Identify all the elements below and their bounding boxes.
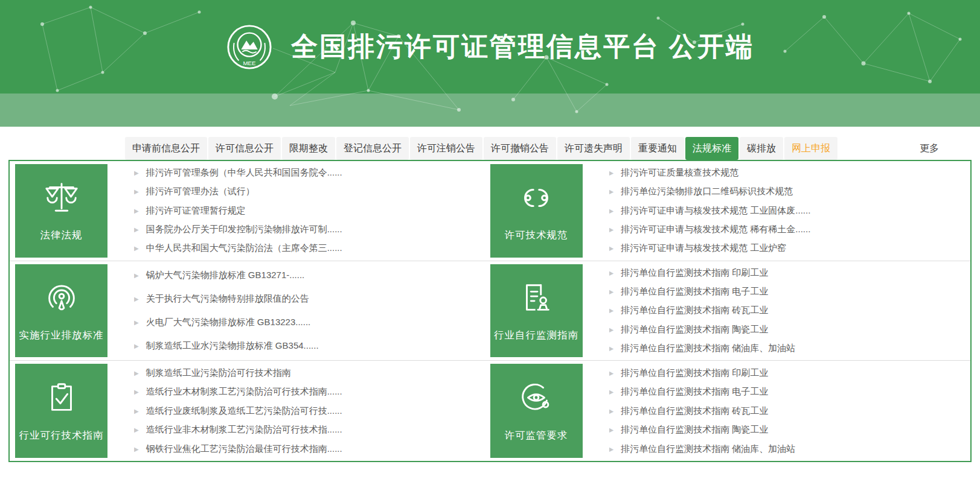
section-laws: 法律法规 ▶排污许可管理条例（中华人民共和国国务院令......▶排污许可管理办… (10, 161, 490, 261)
arrow-icon: ▶ (134, 446, 139, 452)
section-label-feasible-tech[interactable]: 行业可行技术指南 (15, 364, 107, 458)
link-item[interactable]: ▶排污单位自行监测技术指南 储油库、加油站 (609, 343, 959, 354)
arrow-icon: ▶ (609, 245, 614, 252)
link-item[interactable]: ▶排污许可证申请与核发技术规范 稀有稀土金...... (609, 224, 959, 235)
clipboard-check-icon (43, 379, 80, 417)
tab-bar: 申请前信息公开许可信息公开限期整改登记信息公开许可注销公告许可撤销公告许可遗失声… (125, 137, 939, 160)
link-list: ▶排污许可证质量核查技术规范▶排污单位污染物排放口二维码标识技术规范▶排污许可证… (583, 161, 971, 261)
section-label-supervision[interactable]: 许可监管要求 (490, 364, 583, 458)
link-item[interactable]: ▶排污单位自行监测技术指南 砖瓦工业 (609, 305, 959, 316)
site-title: 全国排污许可证管理信息平台 公开端 (291, 29, 754, 65)
link-item[interactable]: ▶制浆造纸工业污染防治可行技术指南 (134, 367, 478, 379)
link-item[interactable]: ▶造纸行业木材制浆工艺污染防治可行技术指南...... (134, 386, 478, 398)
section-label-emission-standards[interactable]: 实施行业排放标准 (15, 264, 107, 358)
link-item[interactable]: ▶排污单位污染物排放口二维码标识技术规范 (609, 186, 959, 197)
section-title: 法律法规 (40, 229, 83, 242)
link-item[interactable]: ▶排污单位自行监测技术指南 砖瓦工业 (609, 405, 959, 417)
header-light-band (0, 94, 980, 127)
section-title: 许可技术规范 (505, 229, 568, 242)
link-item[interactable]: ▶排污许可证质量核查技术规范 (609, 167, 959, 179)
arrow-icon: ▶ (609, 270, 614, 276)
section-label-self-monitoring[interactable]: 行业自行监测指南 (490, 264, 583, 358)
arrow-icon: ▶ (609, 307, 614, 314)
tab-regulations-standards[interactable]: 法规标准 (685, 137, 738, 160)
tab-important-notice[interactable]: 重要通知 (631, 137, 684, 160)
link-item[interactable]: ▶排污单位自行监测技术指南 印刷工业 (609, 267, 959, 279)
arrow-icon: ▶ (609, 427, 614, 433)
arrow-icon: ▶ (134, 170, 139, 176)
broadcast-icon (43, 279, 80, 317)
section-supervision: 许可监管要求 ▶排污单位自行监测技术指南 印刷工业▶排污单位自行监测技术指南 电… (490, 361, 971, 461)
tab-registration-info-disclosure[interactable]: 登记信息公开 (336, 137, 409, 160)
document-stamp-icon (517, 279, 555, 317)
arrow-icon: ▶ (134, 319, 139, 326)
section-emission-standards: 实施行业排放标准 ▶锅炉大气污染物排放标准 GB13271-......▶关于执… (10, 261, 490, 361)
link-list: ▶排污单位自行监测技术指南 印刷工业▶排污单位自行监测技术指南 电子工业▶排污单… (583, 361, 971, 461)
link-item[interactable]: ▶排污许可证管理暂行规定 (134, 205, 478, 217)
link-list: ▶排污单位自行监测技术指南 印刷工业▶排污单位自行监测技术指南 电子工业▶排污单… (583, 261, 971, 361)
section-feasible-tech: 行业可行技术指南 ▶制浆造纸工业污染防治可行技术指南▶造纸行业木材制浆工艺污染防… (10, 361, 490, 461)
arrow-icon: ▶ (134, 188, 139, 195)
link-item[interactable]: ▶锅炉大气污染物排放标准 GB13271-...... (134, 270, 478, 281)
arrow-icon: ▶ (609, 170, 614, 176)
tab-list: 申请前信息公开许可信息公开限期整改登记信息公开许可注销公告许可撤销公告许可遗失声… (125, 137, 839, 160)
link-item[interactable]: ▶国务院办公厅关于印发控制污染物排放许可制...... (134, 224, 478, 235)
arrow-icon: ▶ (609, 288, 614, 295)
section-label-laws[interactable]: 法律法规 (15, 164, 107, 258)
link-item[interactable]: ▶排污单位自行监测技术指南 储油库、加油站 (609, 443, 959, 455)
arrow-icon: ▶ (134, 370, 139, 376)
section-title: 许可监管要求 (505, 429, 568, 442)
arrow-icon: ▶ (134, 226, 139, 233)
brand: MEE 全国排污许可证管理信息平台 公开端 (0, 0, 980, 94)
section-title: 实施行业排放标准 (19, 329, 104, 342)
link-list: ▶制浆造纸工业污染防治可行技术指南▶造纸行业木材制浆工艺污染防治可行技术指南..… (107, 361, 490, 461)
site-header: MEE 全国排污许可证管理信息平台 公开端 (0, 0, 980, 127)
section-self-monitoring: 行业自行监测指南 ▶排污单位自行监测技术指南 印刷工业▶排污单位自行监测技术指南… (490, 261, 971, 361)
arrow-icon: ▶ (134, 272, 139, 279)
tab-permit-revocation-notice[interactable]: 许可撤销公告 (484, 137, 556, 160)
eye-monitor-icon (517, 379, 555, 417)
tab-permit-loss-statement[interactable]: 许可遗失声明 (557, 137, 630, 160)
tab-deadline-rectification[interactable]: 限期整改 (282, 137, 335, 160)
link-item[interactable]: ▶造纸行业废纸制浆及造纸工艺污染防治可行技...... (134, 405, 478, 417)
link-item[interactable]: ▶排污单位自行监测技术指南 印刷工业 (609, 367, 959, 379)
svg-text:MEE: MEE (243, 60, 256, 66)
section-title: 行业可行技术指南 (19, 429, 104, 442)
link-item[interactable]: ▶关于执行大气污染物特别排放限值的公告 (134, 293, 478, 305)
section-title: 行业自行监测指南 (494, 329, 578, 342)
arrow-icon: ▶ (134, 427, 139, 433)
link-item[interactable]: ▶排污许可管理办法（试行） (134, 186, 478, 197)
scales-icon (43, 179, 80, 217)
link-item[interactable]: ▶造纸行业非木材制浆工艺污染防治可行技术指...... (134, 424, 478, 436)
arrow-icon: ▶ (134, 208, 139, 214)
arrow-icon: ▶ (609, 208, 614, 214)
arrow-icon: ▶ (609, 446, 614, 452)
section-label-permit-specs[interactable]: 许可技术规范 (490, 164, 583, 258)
arrow-icon: ▶ (609, 326, 614, 333)
chain-links-icon (517, 179, 555, 217)
link-list: ▶锅炉大气污染物排放标准 GB13271-......▶关于执行大气污染物特别排… (107, 261, 490, 361)
tab-pre-application-disclosure[interactable]: 申请前信息公开 (125, 137, 207, 160)
arrow-icon: ▶ (134, 245, 139, 252)
tab-carbon-emission[interactable]: 碳排放 (740, 137, 783, 160)
link-item[interactable]: ▶制浆造纸工业水污染物排放标准 GB354...... (134, 340, 478, 352)
link-item[interactable]: ▶排污许可管理条例（中华人民共和国国务院令...... (134, 167, 478, 179)
link-list: ▶排污许可管理条例（中华人民共和国国务院令......▶排污许可管理办法（试行）… (107, 161, 490, 261)
more-link[interactable]: 更多 (920, 142, 939, 155)
link-item[interactable]: ▶排污许可证申请与核发技术规范 工业炉窑 (609, 243, 959, 254)
link-item[interactable]: ▶火电厂大气污染物排放标准 GB13223...... (134, 317, 478, 328)
link-item[interactable]: ▶中华人民共和国大气污染防治法（主席令第三...... (134, 243, 478, 254)
tab-permit-info-disclosure[interactable]: 许可信息公开 (208, 137, 281, 160)
arrow-icon: ▶ (134, 389, 139, 395)
link-item[interactable]: ▶排污单位自行监测技术指南 电子工业 (609, 286, 959, 297)
content-grid: 法律法规 ▶排污许可管理条例（中华人民共和国国务院令......▶排污许可管理办… (8, 160, 972, 462)
arrow-icon: ▶ (134, 296, 139, 302)
link-item[interactable]: ▶排污单位自行监测技术指南 陶瓷工业 (609, 324, 959, 335)
link-item[interactable]: ▶排污许可证申请与核发技术规范 工业固体废...... (609, 205, 959, 217)
link-item[interactable]: ▶钢铁行业焦化工艺污染防治最佳可行技术指南...... (134, 443, 478, 455)
link-item[interactable]: ▶排污单位自行监测技术指南 电子工业 (609, 386, 959, 398)
link-item[interactable]: ▶排污单位自行监测技术指南 陶瓷工业 (609, 424, 959, 436)
arrow-icon: ▶ (609, 370, 614, 376)
tab-permit-cancellation-notice[interactable]: 许可注销公告 (410, 137, 482, 160)
tab-online-declaration[interactable]: 网上申报 (784, 137, 837, 160)
